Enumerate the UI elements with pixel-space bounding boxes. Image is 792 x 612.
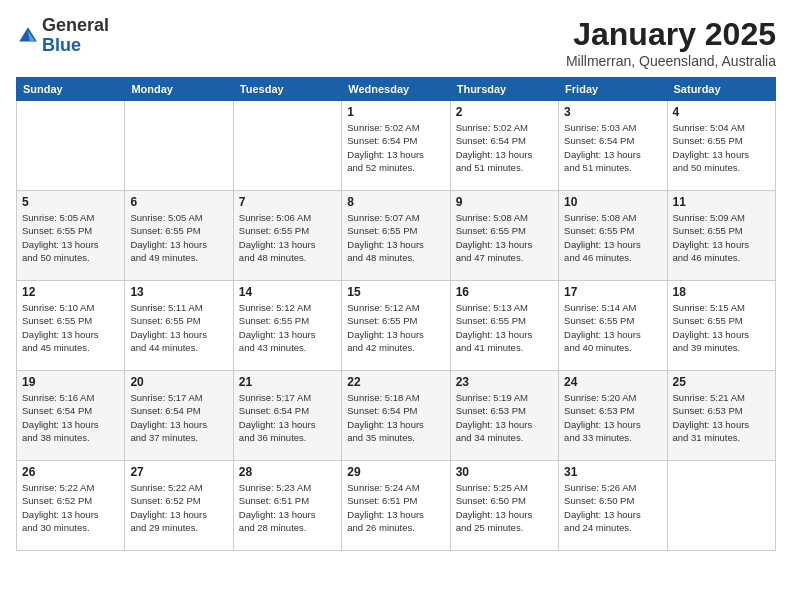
day-number: 22 <box>347 375 444 389</box>
day-number: 30 <box>456 465 553 479</box>
day-cell: 12Sunrise: 5:10 AM Sunset: 6:55 PM Dayli… <box>17 281 125 371</box>
day-info: Sunrise: 5:08 AM Sunset: 6:55 PM Dayligh… <box>456 211 553 264</box>
week-row-4: 19Sunrise: 5:16 AM Sunset: 6:54 PM Dayli… <box>17 371 776 461</box>
day-number: 6 <box>130 195 227 209</box>
day-info: Sunrise: 5:25 AM Sunset: 6:50 PM Dayligh… <box>456 481 553 534</box>
day-cell: 28Sunrise: 5:23 AM Sunset: 6:51 PM Dayli… <box>233 461 341 551</box>
day-info: Sunrise: 5:20 AM Sunset: 6:53 PM Dayligh… <box>564 391 661 444</box>
day-info: Sunrise: 5:22 AM Sunset: 6:52 PM Dayligh… <box>130 481 227 534</box>
day-info: Sunrise: 5:04 AM Sunset: 6:55 PM Dayligh… <box>673 121 770 174</box>
day-number: 23 <box>456 375 553 389</box>
day-number: 9 <box>456 195 553 209</box>
day-number: 2 <box>456 105 553 119</box>
day-number: 25 <box>673 375 770 389</box>
day-number: 21 <box>239 375 336 389</box>
day-info: Sunrise: 5:24 AM Sunset: 6:51 PM Dayligh… <box>347 481 444 534</box>
logo: General Blue <box>16 16 109 56</box>
day-cell: 9Sunrise: 5:08 AM Sunset: 6:55 PM Daylig… <box>450 191 558 281</box>
day-cell: 31Sunrise: 5:26 AM Sunset: 6:50 PM Dayli… <box>559 461 667 551</box>
week-row-2: 5Sunrise: 5:05 AM Sunset: 6:55 PM Daylig… <box>17 191 776 281</box>
day-number: 13 <box>130 285 227 299</box>
day-number: 14 <box>239 285 336 299</box>
day-info: Sunrise: 5:05 AM Sunset: 6:55 PM Dayligh… <box>22 211 119 264</box>
day-info: Sunrise: 5:15 AM Sunset: 6:55 PM Dayligh… <box>673 301 770 354</box>
day-number: 29 <box>347 465 444 479</box>
column-header-monday: Monday <box>125 78 233 101</box>
week-row-5: 26Sunrise: 5:22 AM Sunset: 6:52 PM Dayli… <box>17 461 776 551</box>
calendar-table: SundayMondayTuesdayWednesdayThursdayFrid… <box>16 77 776 551</box>
day-number: 8 <box>347 195 444 209</box>
day-cell <box>233 101 341 191</box>
day-cell: 15Sunrise: 5:12 AM Sunset: 6:55 PM Dayli… <box>342 281 450 371</box>
day-info: Sunrise: 5:09 AM Sunset: 6:55 PM Dayligh… <box>673 211 770 264</box>
day-cell: 16Sunrise: 5:13 AM Sunset: 6:55 PM Dayli… <box>450 281 558 371</box>
day-info: Sunrise: 5:13 AM Sunset: 6:55 PM Dayligh… <box>456 301 553 354</box>
svg-marker-0 <box>19 27 37 41</box>
logo-general: General <box>42 15 109 35</box>
column-header-tuesday: Tuesday <box>233 78 341 101</box>
title-block: January 2025 Millmerran, Queensland, Aus… <box>566 16 776 69</box>
day-cell: 3Sunrise: 5:03 AM Sunset: 6:54 PM Daylig… <box>559 101 667 191</box>
day-cell: 26Sunrise: 5:22 AM Sunset: 6:52 PM Dayli… <box>17 461 125 551</box>
day-info: Sunrise: 5:17 AM Sunset: 6:54 PM Dayligh… <box>130 391 227 444</box>
day-info: Sunrise: 5:02 AM Sunset: 6:54 PM Dayligh… <box>347 121 444 174</box>
day-number: 15 <box>347 285 444 299</box>
day-number: 26 <box>22 465 119 479</box>
day-cell: 17Sunrise: 5:14 AM Sunset: 6:55 PM Dayli… <box>559 281 667 371</box>
day-number: 28 <box>239 465 336 479</box>
page-header: General Blue January 2025 Millmerran, Qu… <box>16 16 776 69</box>
day-info: Sunrise: 5:16 AM Sunset: 6:54 PM Dayligh… <box>22 391 119 444</box>
column-header-thursday: Thursday <box>450 78 558 101</box>
day-cell: 22Sunrise: 5:18 AM Sunset: 6:54 PM Dayli… <box>342 371 450 461</box>
column-header-friday: Friday <box>559 78 667 101</box>
day-cell: 14Sunrise: 5:12 AM Sunset: 6:55 PM Dayli… <box>233 281 341 371</box>
day-cell <box>667 461 775 551</box>
day-cell: 2Sunrise: 5:02 AM Sunset: 6:54 PM Daylig… <box>450 101 558 191</box>
column-header-sunday: Sunday <box>17 78 125 101</box>
day-number: 11 <box>673 195 770 209</box>
day-cell: 8Sunrise: 5:07 AM Sunset: 6:55 PM Daylig… <box>342 191 450 281</box>
day-number: 27 <box>130 465 227 479</box>
day-cell: 11Sunrise: 5:09 AM Sunset: 6:55 PM Dayli… <box>667 191 775 281</box>
day-info: Sunrise: 5:10 AM Sunset: 6:55 PM Dayligh… <box>22 301 119 354</box>
day-cell <box>125 101 233 191</box>
day-info: Sunrise: 5:12 AM Sunset: 6:55 PM Dayligh… <box>239 301 336 354</box>
day-info: Sunrise: 5:07 AM Sunset: 6:55 PM Dayligh… <box>347 211 444 264</box>
day-cell: 21Sunrise: 5:17 AM Sunset: 6:54 PM Dayli… <box>233 371 341 461</box>
day-number: 5 <box>22 195 119 209</box>
day-info: Sunrise: 5:23 AM Sunset: 6:51 PM Dayligh… <box>239 481 336 534</box>
day-number: 1 <box>347 105 444 119</box>
column-header-saturday: Saturday <box>667 78 775 101</box>
day-info: Sunrise: 5:17 AM Sunset: 6:54 PM Dayligh… <box>239 391 336 444</box>
day-info: Sunrise: 5:11 AM Sunset: 6:55 PM Dayligh… <box>130 301 227 354</box>
day-number: 20 <box>130 375 227 389</box>
week-row-3: 12Sunrise: 5:10 AM Sunset: 6:55 PM Dayli… <box>17 281 776 371</box>
day-number: 19 <box>22 375 119 389</box>
day-number: 24 <box>564 375 661 389</box>
day-number: 17 <box>564 285 661 299</box>
day-cell: 19Sunrise: 5:16 AM Sunset: 6:54 PM Dayli… <box>17 371 125 461</box>
day-cell: 27Sunrise: 5:22 AM Sunset: 6:52 PM Dayli… <box>125 461 233 551</box>
day-cell: 18Sunrise: 5:15 AM Sunset: 6:55 PM Dayli… <box>667 281 775 371</box>
day-info: Sunrise: 5:12 AM Sunset: 6:55 PM Dayligh… <box>347 301 444 354</box>
day-number: 12 <box>22 285 119 299</box>
day-number: 31 <box>564 465 661 479</box>
header-row: SundayMondayTuesdayWednesdayThursdayFrid… <box>17 78 776 101</box>
logo-blue: Blue <box>42 35 81 55</box>
day-cell: 23Sunrise: 5:19 AM Sunset: 6:53 PM Dayli… <box>450 371 558 461</box>
day-cell: 30Sunrise: 5:25 AM Sunset: 6:50 PM Dayli… <box>450 461 558 551</box>
day-cell: 20Sunrise: 5:17 AM Sunset: 6:54 PM Dayli… <box>125 371 233 461</box>
day-cell: 25Sunrise: 5:21 AM Sunset: 6:53 PM Dayli… <box>667 371 775 461</box>
day-number: 16 <box>456 285 553 299</box>
column-header-wednesday: Wednesday <box>342 78 450 101</box>
logo-text: General Blue <box>42 16 109 56</box>
day-info: Sunrise: 5:02 AM Sunset: 6:54 PM Dayligh… <box>456 121 553 174</box>
day-info: Sunrise: 5:21 AM Sunset: 6:53 PM Dayligh… <box>673 391 770 444</box>
day-number: 4 <box>673 105 770 119</box>
day-cell: 29Sunrise: 5:24 AM Sunset: 6:51 PM Dayli… <box>342 461 450 551</box>
month-title: January 2025 <box>566 16 776 53</box>
day-info: Sunrise: 5:03 AM Sunset: 6:54 PM Dayligh… <box>564 121 661 174</box>
day-number: 3 <box>564 105 661 119</box>
day-cell: 4Sunrise: 5:04 AM Sunset: 6:55 PM Daylig… <box>667 101 775 191</box>
logo-icon <box>16 24 40 48</box>
